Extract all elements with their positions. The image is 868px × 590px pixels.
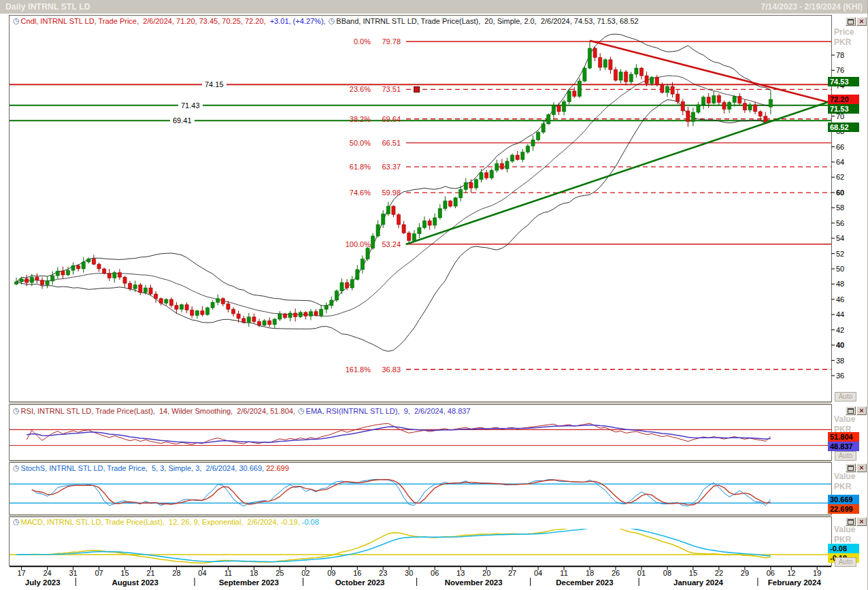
auto-scale-button[interactable]: Auto	[835, 557, 856, 567]
price-axis-tick: 66	[836, 143, 859, 152]
x-axis-day-tick: 02	[297, 569, 314, 578]
x-axis-day-tick: 04	[530, 569, 546, 578]
x-axis-day-tick: 23	[375, 569, 391, 578]
fib-level-pct: 0.0%	[337, 37, 371, 46]
price-axis-tick: 50	[836, 265, 859, 274]
price-badge: 72.20	[828, 95, 859, 104]
x-axis-day-tick: 08	[659, 569, 675, 578]
price-axis-tick: 40	[836, 341, 859, 350]
rsi-pane[interactable]	[9, 404, 831, 460]
price-badge: 48.837	[828, 442, 859, 451]
x-axis-month-label: August 2023	[91, 578, 180, 587]
x-axis-day-tick: 27	[504, 569, 520, 578]
x-axis-day-tick: 06	[763, 569, 779, 578]
price-axis-tick: 42	[836, 326, 859, 335]
close-icon: ×	[857, 407, 866, 414]
x-axis-day-tick: 07	[91, 569, 107, 578]
restore-button[interactable]	[846, 406, 856, 415]
macd-pane[interactable]	[9, 517, 831, 566]
fib-level-price: 66.51	[373, 139, 401, 148]
restore-icon	[848, 465, 854, 471]
stoch-pane[interactable]	[9, 462, 831, 514]
fib-level-pct: 38.2%	[337, 115, 371, 124]
price-badge: 22.699	[828, 504, 859, 514]
axis-title: PKR	[834, 482, 851, 491]
x-axis-month-label: November 2023	[429, 578, 518, 587]
close-button[interactable]: ×	[856, 406, 867, 415]
close-button[interactable]: ×	[856, 17, 867, 26]
restore-icon	[848, 408, 854, 414]
fib-level-pct: 100.0%	[337, 240, 371, 249]
x-axis-day-tick: 25	[271, 569, 288, 578]
x-axis-month-label: February 2024	[750, 578, 839, 587]
x-axis-day-tick: 18	[246, 569, 262, 578]
x-axis-day-tick: 01	[633, 569, 650, 578]
x-axis-day-tick: 15	[116, 569, 133, 578]
x-axis-month-label: December 2023	[540, 578, 629, 587]
close-button[interactable]: ×	[856, 517, 867, 526]
price-badge: 74.53	[828, 77, 859, 86]
chart-window: Daily INTRNL STL LD 7/14/2023 - 2/19/202…	[0, 0, 868, 590]
x-axis-day-tick: 22	[711, 569, 727, 578]
axis-title: Value	[834, 472, 855, 481]
x-axis-day-tick: 30	[401, 569, 417, 578]
fib-level-price: 69.64	[373, 115, 401, 124]
price-axis-tick: 62	[836, 173, 859, 182]
date-range: 7/14/2023 - 2/19/2024 (KHI)	[761, 0, 863, 14]
x-axis-day-tick: 20	[478, 569, 495, 578]
price-axis-tick: 36	[836, 372, 859, 380]
x-axis-month-label: July 2023	[0, 578, 87, 587]
axis-title: Value	[834, 414, 855, 424]
chart-client-area: 7876747270686664626058565452504846444240…	[0, 14, 868, 590]
price-badge: 30.669	[828, 495, 859, 504]
close-icon: ×	[857, 464, 866, 471]
fib-level-price: 63.37	[373, 163, 401, 171]
fib-level-price: 73.51	[373, 85, 401, 94]
close-icon: ×	[857, 518, 866, 525]
window-titlebar[interactable]: Daily INTRNL STL LD 7/14/2023 - 2/19/202…	[0, 0, 868, 14]
x-axis-day-tick: 11	[220, 569, 236, 578]
price-badge: 68.52	[828, 122, 859, 132]
restore-button[interactable]	[846, 463, 856, 472]
x-axis-day-tick: 15	[685, 569, 701, 578]
close-button[interactable]: ×	[856, 463, 867, 472]
price-pane[interactable]	[9, 15, 831, 401]
support-line-label: 74.15	[202, 80, 227, 89]
x-axis-day-tick: 04	[194, 569, 210, 578]
auto-scale-button[interactable]: Auto	[835, 392, 856, 401]
x-axis-day-tick: 28	[168, 569, 184, 578]
price-axis-tick: 76	[836, 66, 859, 75]
auto-scale-button[interactable]: Auto	[835, 451, 856, 461]
close-icon: ×	[857, 18, 866, 24]
price-axis-tick: 58	[836, 203, 859, 212]
x-axis-day-tick: 13	[452, 569, 469, 578]
x-axis-month-label: January 2024	[654, 578, 743, 587]
axis-title: PKR	[834, 37, 851, 47]
pane-splitter[interactable]	[9, 460, 831, 462]
restore-button[interactable]	[846, 517, 856, 526]
x-axis-day-tick: 12	[783, 569, 799, 578]
x-axis-day-tick: 21	[142, 569, 158, 578]
fib-level-price: 53.24	[373, 240, 401, 249]
price-axis-tick: 64	[836, 158, 859, 167]
restore-button[interactable]	[846, 17, 856, 26]
fib-level-pct: 50.0%	[337, 139, 371, 148]
support-line-label: 71.43	[178, 101, 203, 110]
x-axis-day-tick: 06	[427, 569, 443, 578]
x-axis-day-tick: 09	[323, 569, 339, 578]
price-axis-tick: 60	[836, 189, 859, 197]
x-axis-day-tick: 31	[65, 569, 82, 578]
price-axis-tick: 56	[836, 219, 859, 228]
x-axis-day-tick: 29	[737, 569, 753, 578]
price-axis-tick: 54	[836, 234, 859, 243]
price-axis-tick: 48	[836, 280, 859, 289]
axis-title: Value	[834, 525, 855, 534]
x-axis-day-tick: 16	[349, 569, 365, 578]
pane-splitter[interactable]	[9, 401, 831, 404]
x-axis-day-tick: 17	[14, 569, 30, 578]
pane-splitter[interactable]	[9, 514, 831, 517]
x-axis-day-tick: 24	[39, 569, 56, 578]
price-axis-tick: 46	[836, 295, 859, 304]
fib-level-price: 79.78	[373, 37, 401, 46]
price-badge: 71.53	[828, 104, 859, 114]
